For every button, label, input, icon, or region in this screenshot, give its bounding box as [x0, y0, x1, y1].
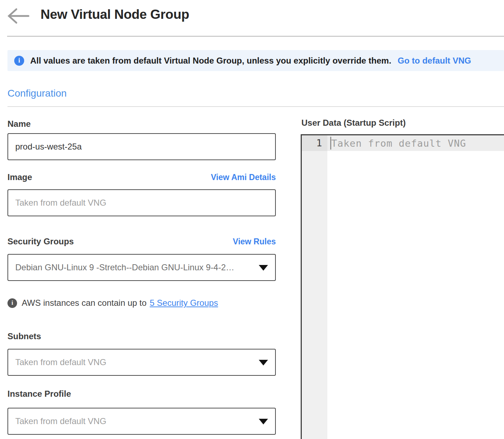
chevron-down-icon	[259, 360, 268, 365]
banner-text: All values are taken from default Virtua…	[30, 56, 391, 66]
view-ami-details-link[interactable]: View Ami Details	[211, 173, 276, 182]
security-groups-label-row: Security Groups View Rules	[7, 237, 276, 246]
subnets-placeholder: Taken from default VNG	[15, 357, 106, 367]
security-groups-select[interactable]: Debian GNU-Linux 9 -Stretch--Debian GNU-…	[7, 254, 276, 281]
page-title: New Virtual Node Group	[41, 7, 189, 22]
instance-profile-label: Instance Profile	[7, 389, 71, 399]
section-divider	[7, 106, 504, 107]
editor-placeholder-text: Taken from default VNG	[331, 138, 466, 149]
five-security-groups-link[interactable]: 5 Security Groups	[150, 298, 218, 308]
info-icon: i	[14, 56, 24, 66]
editor-gutter: 1	[302, 135, 327, 439]
editor-code-area[interactable]: Taken from default VNG	[327, 135, 504, 439]
go-to-default-vng-link[interactable]: Go to default VNG	[398, 56, 471, 66]
chevron-down-icon	[259, 419, 268, 424]
header-divider	[7, 36, 504, 37]
instance-profile-label-row: Instance Profile	[7, 389, 276, 399]
name-input[interactable]	[7, 133, 276, 160]
name-label: Name	[7, 119, 31, 129]
view-rules-link[interactable]: View Rules	[233, 237, 276, 246]
back-arrow-icon	[7, 20, 30, 25]
instance-profile-select[interactable]: Taken from default VNG	[7, 408, 276, 435]
image-label-row: Image View Ami Details	[7, 172, 276, 182]
subnets-select[interactable]: Taken from default VNG	[7, 349, 276, 376]
subnets-label-row: Subnets	[7, 331, 276, 341]
info-icon: i	[7, 298, 17, 308]
info-banner: i All values are taken from default Virt…	[7, 50, 504, 71]
security-groups-note: i AWS instances can contain up to 5 Secu…	[7, 298, 276, 308]
security-note-text: AWS instances can contain up to	[22, 298, 146, 308]
user-data-label: User Data (Startup Script)	[301, 118, 406, 128]
image-label: Image	[7, 172, 32, 182]
back-button[interactable]	[7, 8, 30, 24]
image-input[interactable]	[7, 189, 276, 216]
name-label-row: Name	[7, 119, 276, 129]
configuration-section-title[interactable]: Configuration	[7, 88, 67, 99]
chevron-down-icon	[259, 265, 268, 271]
editor-active-line: Taken from default VNG	[327, 135, 504, 151]
line-number: 1	[302, 135, 327, 151]
user-data-editor[interactable]: 1 Taken from default VNG	[301, 134, 504, 439]
instance-profile-placeholder: Taken from default VNG	[15, 416, 106, 426]
security-groups-selected-value: Debian GNU-Linux 9 -Stretch--Debian GNU-…	[15, 262, 234, 272]
subnets-label: Subnets	[7, 331, 41, 341]
security-groups-label: Security Groups	[7, 237, 74, 246]
